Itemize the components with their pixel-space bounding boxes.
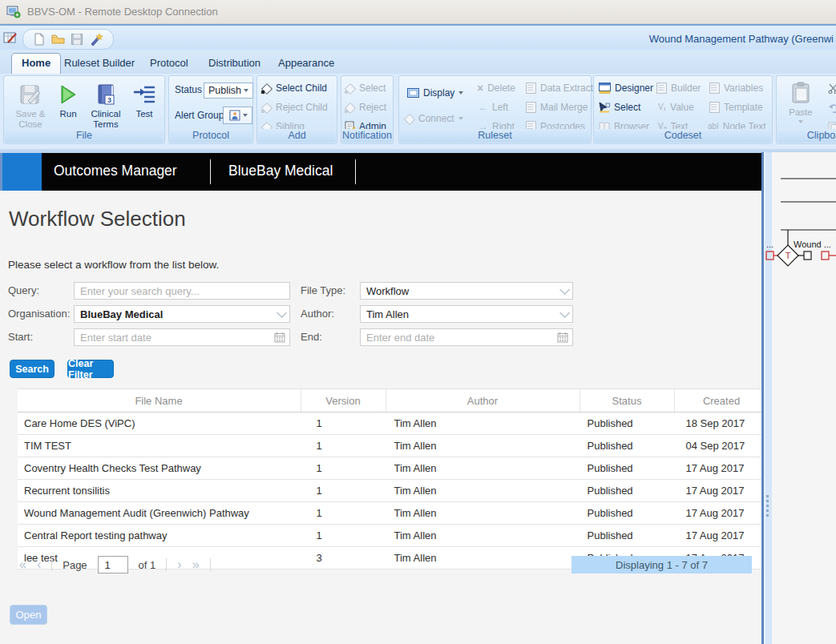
rdp-app-icon <box>6 5 21 19</box>
mail-merge-icon <box>526 102 536 113</box>
chevron-down-icon <box>559 308 570 318</box>
ribbon-group-notification: Select Reject Admin Notification <box>341 75 394 144</box>
status-label: Status <box>175 83 202 96</box>
table-row[interactable]: Central Report testing pathway 1 Tim All… <box>18 525 769 547</box>
next-page-button[interactable]: › <box>177 558 181 571</box>
template-icon <box>709 102 720 113</box>
displaying-status: Displaying 1 - 7 of 7 <box>571 556 752 574</box>
clear-filter-button[interactable]: Clear Filter <box>67 360 114 378</box>
connect-button[interactable]: Connect <box>404 112 463 125</box>
designer-preview-panel: T ... Wound ... <box>761 152 836 644</box>
pagination-divider <box>210 558 211 571</box>
designer-button[interactable]: Designer <box>599 82 653 95</box>
column-header-created[interactable]: Created <box>675 389 769 413</box>
organisation-select[interactable]: BlueBay Medical <box>74 305 290 323</box>
table-row[interactable]: TIM TEST 1 Tim Allen Published 04 Sep 20… <box>18 435 769 457</box>
tab-protocol[interactable]: Protocol <box>150 57 188 69</box>
prev-page-button[interactable]: ‹ <box>37 558 41 571</box>
product-name: Outcomes Manager <box>54 163 177 179</box>
end-date-input[interactable]: Enter end date <box>360 328 573 346</box>
first-page-button[interactable]: « <box>19 558 26 571</box>
paste-button[interactable]: Paste <box>783 78 818 123</box>
column-header-file-name[interactable]: File Name <box>18 389 301 413</box>
table-row[interactable]: Recurrent tonsilitis 1 Tim Allen Publish… <box>18 480 769 502</box>
column-header-version[interactable]: Version <box>301 389 386 413</box>
author-select[interactable]: Tim Allen <box>360 305 573 323</box>
organisation-name: BlueBay Medical <box>228 163 333 179</box>
save-close-button[interactable]: Save & Close <box>10 80 50 130</box>
clinical-terms-icon: 3 <box>86 80 126 109</box>
brand-divider <box>210 159 211 184</box>
pagination-divider <box>51 558 52 571</box>
brand-divider <box>355 159 356 184</box>
cut-button[interactable]: C <box>828 82 836 95</box>
diamond-icon <box>261 103 272 113</box>
codeset-select-button[interactable]: Select <box>599 101 640 114</box>
ribbon-group-clipboard: Paste C U C Clipboa <box>776 75 836 144</box>
flow-node-black[interactable] <box>804 252 811 260</box>
qat-pill <box>22 29 114 50</box>
variables-button[interactable]: Variables <box>709 82 763 95</box>
notification-select-button[interactable]: Select <box>345 82 386 95</box>
data-extract-button[interactable]: Data Extract <box>526 82 593 95</box>
notification-reject-button[interactable]: Reject <box>345 101 386 114</box>
organisation-label: Organisation: <box>8 305 70 323</box>
table-row[interactable]: Coventry Health Checks Test Pathway 1 Ti… <box>18 457 769 480</box>
calendar-icon[interactable] <box>274 332 285 343</box>
save-icon[interactable] <box>71 33 83 46</box>
display-button[interactable]: Display <box>407 87 463 99</box>
instruction-text: Please select a workflow from the list b… <box>8 259 219 271</box>
undo-button[interactable]: U <box>828 101 836 114</box>
last-page-button[interactable]: » <box>192 558 200 571</box>
test-button[interactable]: Test <box>126 80 163 119</box>
open-folder-icon[interactable] <box>51 33 65 46</box>
template-button[interactable]: Template <box>709 101 763 114</box>
value-button[interactable]: V₁ Value <box>658 101 694 114</box>
diamond-letter: T <box>786 251 791 260</box>
column-header-author[interactable]: Author <box>386 389 580 413</box>
group-label-protocol: Protocol <box>170 129 252 143</box>
file-type-select[interactable]: Workflow <box>360 282 573 300</box>
mail-merge-button[interactable]: Mail Merge <box>526 101 588 114</box>
diamond-icon <box>404 114 414 124</box>
alert-group-dropdown[interactable] <box>223 107 252 124</box>
panel-border <box>761 152 764 644</box>
table-row[interactable]: Wound Management Audit (Greenwich) Pathw… <box>18 502 769 525</box>
tab-home[interactable]: Home <box>11 53 61 74</box>
query-input[interactable] <box>74 282 290 300</box>
builder-button[interactable]: Builder <box>656 82 701 95</box>
tab-distribution[interactable]: Distribution <box>208 57 260 69</box>
save-close-icon <box>10 80 50 109</box>
flow-left-ellipsis-label: ... <box>766 239 773 249</box>
end-label: End: <box>301 328 322 346</box>
clinical-terms-button[interactable]: 3 Clinical Terms <box>86 80 126 130</box>
calendar-icon[interactable] <box>557 332 568 343</box>
diamond-icon <box>345 103 355 113</box>
start-date-input[interactable]: Enter start date <box>74 328 290 346</box>
chevron-down-icon <box>244 89 248 92</box>
ribbon-group-ruleset: Display Connect × Delete ← Left → Right … <box>398 75 592 144</box>
page-number-input[interactable] <box>98 556 128 574</box>
wizard-icon[interactable] <box>89 33 103 46</box>
search-button[interactable]: Search <box>10 360 55 378</box>
table-row[interactable]: Care Home DES (ViPC) 1 Tim Allen Publish… <box>18 413 769 435</box>
run-icon <box>50 80 86 109</box>
status-dropdown[interactable]: Publish <box>204 83 253 99</box>
reject-child-button[interactable]: Reject Child <box>261 101 328 114</box>
left-button[interactable]: ← Left <box>479 101 508 114</box>
ribbon-group-codeset: Designer Select Browser Builder V₁ Value <box>593 75 773 144</box>
ribbon-tab-row: Home Ruleset Builder Protocol Distributi… <box>0 50 836 74</box>
run-button[interactable]: Run <box>50 80 86 119</box>
diamond-icon <box>261 83 272 94</box>
cursor-select-icon <box>599 102 610 113</box>
column-header-status[interactable]: Status <box>580 389 675 413</box>
workflow-selection-page: Workflow Selection Please select a workf… <box>0 191 763 644</box>
tab-appearance[interactable]: Appearance <box>278 57 334 69</box>
ribbon-group-file: Save & Close Run 3 <box>3 75 165 144</box>
delete-button[interactable]: × Delete <box>477 82 515 95</box>
open-button[interactable]: Open <box>10 605 47 625</box>
select-child-button[interactable]: Select Child <box>261 82 327 95</box>
application-menu-icon[interactable] <box>3 30 19 46</box>
new-document-icon[interactable] <box>33 33 46 46</box>
tab-ruleset-builder[interactable]: Ruleset Builder <box>64 57 135 69</box>
